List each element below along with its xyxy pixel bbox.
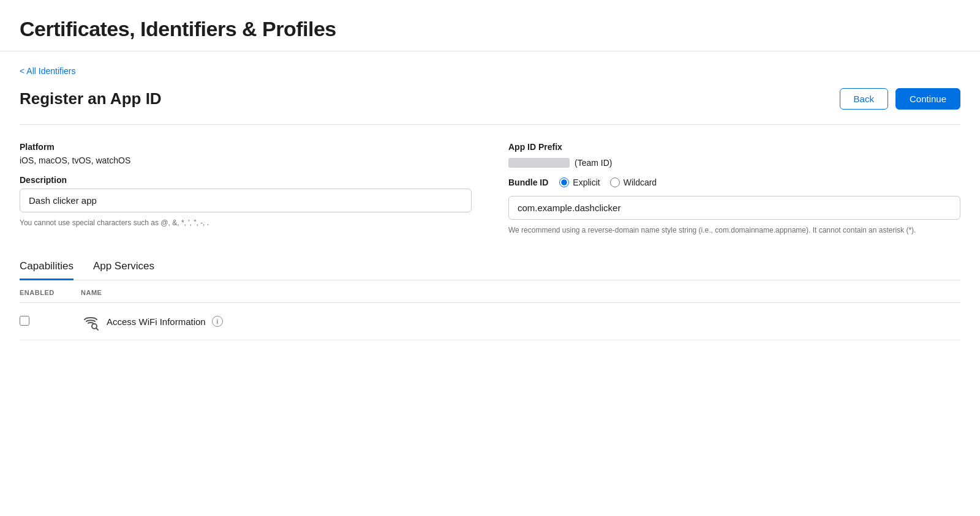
action-buttons: Back Continue [840, 88, 960, 110]
form-grid: Platform iOS, macOS, tvOS, watchOS Descr… [20, 142, 960, 234]
tab-app-services[interactable]: App Services [93, 254, 154, 280]
tab-capabilities[interactable]: Capabilities [20, 254, 74, 280]
wildcard-radio[interactable] [610, 178, 620, 187]
wildcard-label: Wildcard [624, 178, 657, 187]
capabilities-table: ENABLED NAME [20, 280, 960, 340]
team-id-row: (Team ID) [508, 158, 960, 168]
platform-value: iOS, macOS, tvOS, watchOS [20, 155, 472, 165]
svg-line-1 [96, 328, 98, 330]
info-icon[interactable]: i [212, 316, 223, 327]
explicit-radio-option[interactable]: Explicit [559, 178, 600, 187]
explicit-radio[interactable] [559, 178, 569, 187]
capability-checkbox-cell [20, 303, 81, 340]
bundle-id-input[interactable] [508, 196, 960, 220]
description-hint: You cannot use special characters such a… [20, 219, 472, 227]
right-column: App ID Prefix (Team ID) Bundle ID Explic… [508, 142, 960, 234]
back-button[interactable]: Back [840, 88, 888, 110]
bundle-id-header-row: Bundle ID Explicit Wildcard [508, 178, 960, 187]
appid-prefix-section: App ID Prefix (Team ID) [508, 142, 960, 168]
capability-name-row: Access WiFi Information i [81, 312, 960, 331]
continue-button[interactable]: Continue [895, 88, 960, 110]
col-enabled: ENABLED [20, 280, 81, 303]
explicit-label: Explicit [573, 178, 600, 187]
page-title: Certificates, Identifiers & Profiles [20, 17, 960, 41]
table-row: Access WiFi Information i [20, 303, 960, 340]
capability-name-cell: Access WiFi Information i [81, 303, 960, 340]
section-title: Register an App ID [20, 89, 162, 108]
platform-section: Platform iOS, macOS, tvOS, watchOS [20, 142, 472, 165]
description-label: Description [20, 175, 472, 185]
appid-prefix-label: App ID Prefix [508, 142, 960, 152]
access-wifi-checkbox[interactable] [20, 316, 29, 326]
description-section: Description You cannot use special chara… [20, 175, 472, 227]
all-identifiers-link[interactable]: < All Identifiers [20, 66, 75, 76]
platform-label: Platform [20, 142, 472, 152]
wildcard-radio-option[interactable]: Wildcard [610, 178, 657, 187]
left-column: Platform iOS, macOS, tvOS, watchOS Descr… [20, 142, 472, 234]
tabs-container: Capabilities App Services [20, 254, 960, 280]
col-name: NAME [81, 280, 960, 303]
team-id-value [508, 158, 570, 168]
team-id-suffix: (Team ID) [575, 158, 612, 168]
bundle-id-hint: We recommend using a reverse-domain name… [508, 226, 960, 234]
capability-name-text: Access WiFi Information [107, 316, 206, 327]
wifi-search-icon [81, 312, 100, 331]
bundle-id-section: Bundle ID Explicit Wildcard We recommend… [508, 178, 960, 234]
description-input[interactable] [20, 189, 472, 212]
bundle-id-radio-group: Explicit Wildcard [559, 178, 657, 187]
bundle-id-label: Bundle ID [508, 178, 548, 187]
section-divider [20, 124, 960, 125]
